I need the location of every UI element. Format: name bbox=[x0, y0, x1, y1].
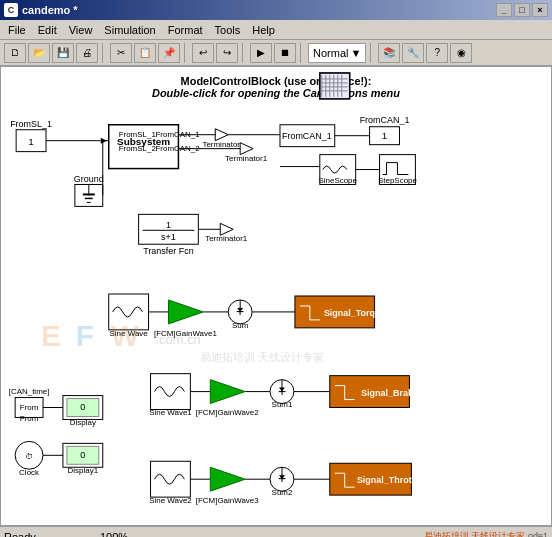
separator-5 bbox=[370, 43, 374, 63]
open-button[interactable]: 📂 bbox=[28, 43, 50, 63]
maximize-button[interactable]: □ bbox=[514, 3, 530, 17]
svg-text:Transfer Fcn: Transfer Fcn bbox=[143, 246, 193, 256]
svg-rect-3 bbox=[320, 73, 350, 99]
svg-text:Display1: Display1 bbox=[68, 466, 99, 475]
title-bar-left: C candemo * bbox=[4, 3, 78, 17]
sim-mode-dropdown[interactable]: Normal ▼ bbox=[308, 43, 366, 63]
separator-1 bbox=[102, 43, 106, 63]
svg-text:Terminator1: Terminator1 bbox=[205, 234, 248, 243]
svg-rect-108 bbox=[151, 461, 191, 497]
svg-text:FromCAN_1: FromCAN_1 bbox=[360, 115, 410, 125]
svg-text:W: W bbox=[111, 319, 140, 352]
paste-button[interactable]: 📌 bbox=[158, 43, 180, 63]
svg-text:1: 1 bbox=[28, 136, 34, 147]
svg-text:0: 0 bbox=[80, 403, 85, 413]
window-controls[interactable]: _ □ × bbox=[496, 3, 548, 17]
debug-button[interactable]: 🔧 bbox=[402, 43, 424, 63]
svg-text:FromSL_1: FromSL_1 bbox=[119, 130, 157, 139]
close-button[interactable]: × bbox=[532, 3, 548, 17]
toolbar: 🗋 📂 💾 🖨 ✂ 📋 📌 ↩ ↪ ▶ ⏹ Normal ▼ 📚 🔧 ? ◉ bbox=[0, 40, 552, 66]
svg-text:Display: Display bbox=[70, 418, 96, 427]
svg-text:FromCAN_1: FromCAN_1 bbox=[156, 130, 201, 139]
svg-text:F: F bbox=[76, 319, 94, 352]
svg-text:Signal_Throttle: Signal_Throttle bbox=[357, 475, 422, 485]
menu-simulation[interactable]: Simulation bbox=[98, 22, 161, 38]
dropdown-arrow-icon: ▼ bbox=[350, 47, 361, 59]
svg-text:Sine Wave1: Sine Wave1 bbox=[149, 408, 192, 417]
svg-text:s+1: s+1 bbox=[161, 232, 176, 242]
svg-text:Terminator: Terminator bbox=[202, 140, 240, 149]
simulink-canvas[interactable]: ModelControlBlock (use only once!): Doub… bbox=[0, 66, 552, 526]
svg-text:FromCAN_1: FromCAN_1 bbox=[282, 131, 332, 141]
svg-text:Sum: Sum bbox=[232, 321, 249, 330]
print-button[interactable]: 🖨 bbox=[76, 43, 98, 63]
app-icon: C bbox=[4, 3, 18, 17]
svg-text:1: 1 bbox=[382, 130, 388, 141]
svg-text:Double-click for opening the C: Double-click for opening the Can Options… bbox=[152, 87, 400, 99]
separator-2 bbox=[184, 43, 188, 63]
svg-text:Sine Wave2: Sine Wave2 bbox=[149, 496, 192, 505]
svg-text:[FCM]GainWave2: [FCM]GainWave2 bbox=[196, 408, 259, 417]
stop-button[interactable]: ⏹ bbox=[274, 43, 296, 63]
svg-text:Signal_Brake: Signal_Brake bbox=[361, 388, 418, 398]
svg-text:From: From bbox=[20, 404, 39, 413]
menu-tools[interactable]: Tools bbox=[209, 22, 247, 38]
menu-view[interactable]: View bbox=[63, 22, 99, 38]
svg-text:Terminator1: Terminator1 bbox=[225, 154, 268, 163]
svg-text:[FCM]GainWave3: [FCM]GainWave3 bbox=[196, 496, 259, 505]
minimize-button[interactable]: _ bbox=[496, 3, 512, 17]
svg-text:易迪拓培训  天线设计专家: 易迪拓培训 天线设计专家 bbox=[200, 351, 324, 363]
undo-button[interactable]: ↩ bbox=[192, 43, 214, 63]
menu-edit[interactable]: Edit bbox=[32, 22, 63, 38]
separator-3 bbox=[242, 43, 246, 63]
menu-file[interactable]: File bbox=[2, 22, 32, 38]
menu-format[interactable]: Format bbox=[162, 22, 209, 38]
svg-text:SineScope: SineScope bbox=[318, 176, 357, 185]
diagram-svg: ModelControlBlock (use only once!): Doub… bbox=[1, 67, 551, 525]
svg-text:Clock: Clock bbox=[19, 468, 39, 477]
svg-text:StepScope: StepScope bbox=[378, 176, 417, 185]
svg-text:FromCAN_2: FromCAN_2 bbox=[156, 144, 201, 153]
title-bar: C candemo * _ □ × bbox=[0, 0, 552, 20]
status-ready-text: Ready bbox=[4, 531, 84, 538]
save-button[interactable]: 💾 bbox=[52, 43, 74, 63]
new-button[interactable]: 🗋 bbox=[4, 43, 26, 63]
copy-button[interactable]: 📋 bbox=[134, 43, 156, 63]
svg-text:⏱: ⏱ bbox=[25, 452, 33, 461]
svg-text:Sum1: Sum1 bbox=[272, 401, 293, 410]
svg-text:[CAN_time]: [CAN_time] bbox=[9, 387, 50, 396]
play-button[interactable]: ▶ bbox=[250, 43, 272, 63]
dropdown-value: Normal bbox=[313, 47, 348, 59]
svg-text:FromSL_2: FromSL_2 bbox=[119, 144, 157, 153]
svg-text:Ground: Ground bbox=[74, 174, 104, 184]
cut-button[interactable]: ✂ bbox=[110, 43, 132, 63]
status-zoom-text: 100% bbox=[84, 531, 144, 538]
svg-text:Sum2: Sum2 bbox=[272, 488, 293, 497]
svg-text:FromSL_1: FromSL_1 bbox=[10, 119, 52, 129]
separator-4 bbox=[300, 43, 304, 63]
menu-help[interactable]: Help bbox=[246, 22, 281, 38]
status-ode-text: 易迪拓培训 天线设计专家 ode1 bbox=[424, 530, 548, 537]
status-bar: Ready 100% 易迪拓培训 天线设计专家 ode1 bbox=[0, 526, 552, 537]
svg-text:.com.cn: .com.cn bbox=[156, 332, 201, 347]
extra-button[interactable]: ◉ bbox=[450, 43, 472, 63]
menu-bar: File Edit View Simulation Format Tools H… bbox=[0, 20, 552, 40]
svg-text:0: 0 bbox=[80, 450, 85, 460]
window-title: candemo * bbox=[22, 4, 78, 16]
library-button[interactable]: 📚 bbox=[378, 43, 400, 63]
svg-text:Signal_Torque: Signal_Torque bbox=[324, 308, 386, 318]
svg-text:E: E bbox=[41, 319, 61, 352]
redo-button[interactable]: ↪ bbox=[216, 43, 238, 63]
advert-text: 易迪拓培训 天线设计专家 bbox=[424, 531, 528, 537]
svg-text:From: From bbox=[20, 414, 39, 423]
help2-button[interactable]: ? bbox=[426, 43, 448, 63]
svg-text:1: 1 bbox=[166, 220, 171, 230]
